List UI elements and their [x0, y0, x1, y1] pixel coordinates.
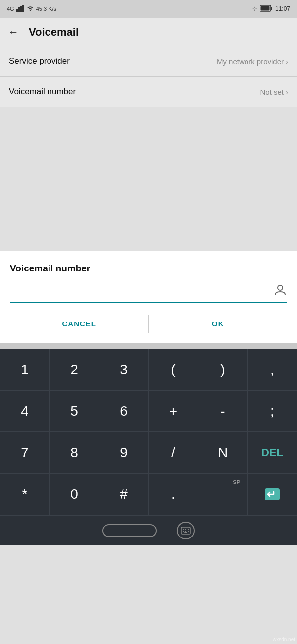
key-sp[interactable]: SP — [198, 474, 248, 515]
keyboard-row-3: 7 8 9 / N DEL — [0, 432, 297, 474]
svg-rect-15 — [185, 531, 186, 532]
keyboard-row-4: * 0 # . SP — [0, 474, 297, 515]
svg-rect-11 — [183, 529, 184, 530]
svg-rect-7 — [260, 6, 269, 10]
service-provider-value: My network provider › — [217, 57, 288, 66]
keyboard-row-2: 4 5 6 + - ; — [0, 390, 297, 432]
key-star[interactable]: * — [0, 474, 50, 515]
svg-rect-14 — [183, 531, 184, 532]
key-minus[interactable]: - — [198, 390, 248, 432]
settings-list: Service provider My network provider › V… — [0, 47, 297, 107]
key-2[interactable]: 2 — [50, 349, 99, 390]
voicemail-number-label: Voicemail number — [9, 87, 76, 97]
svg-rect-1 — [18, 7, 20, 12]
time-display: 11:07 — [275, 5, 290, 12]
data-speed: 45.3 — [36, 6, 47, 12]
app-bar: ← Voicemail — [0, 18, 297, 47]
key-comma[interactable]: , — [248, 349, 297, 390]
dialog-buttons: CANCEL OK — [10, 315, 287, 333]
page-title: Voicemail — [29, 26, 79, 39]
svg-rect-6 — [271, 7, 272, 10]
battery-icon — [260, 5, 273, 13]
svg-rect-17 — [184, 532, 187, 533]
key-open-paren[interactable]: ( — [148, 349, 198, 390]
key-slash[interactable]: / — [148, 432, 198, 474]
network-indicator: 4G — [7, 6, 14, 12]
service-provider-item[interactable]: Service provider My network provider › — [0, 47, 297, 77]
key-n[interactable]: N — [198, 432, 248, 474]
voicemail-number-text: Not set — [260, 88, 284, 96]
voicemail-number-value: Not set › — [260, 88, 288, 96]
input-row — [10, 283, 287, 303]
voicemail-number-chevron: › — [286, 88, 288, 96]
svg-rect-0 — [16, 9, 18, 12]
home-indicator[interactable] — [102, 524, 157, 537]
phone-number-input[interactable] — [10, 286, 273, 296]
sp-label: SP — [233, 479, 240, 485]
key-6[interactable]: 6 — [99, 390, 148, 432]
key-close-paren[interactable]: ) — [198, 349, 248, 390]
watermark: wxsdn.net — [273, 637, 295, 642]
svg-point-8 — [278, 285, 283, 290]
service-provider-chevron: › — [286, 57, 288, 66]
key-enter[interactable] — [248, 474, 297, 515]
key-9[interactable]: 9 — [99, 432, 148, 474]
svg-rect-13 — [188, 529, 189, 530]
svg-rect-12 — [185, 529, 186, 530]
keyboard-row-1: 1 2 3 ( ) , — [0, 349, 297, 390]
key-5[interactable]: 5 — [50, 390, 99, 432]
nav-bar — [0, 515, 297, 545]
keyboard-toggle-icon[interactable] — [177, 522, 195, 539]
data-speed-unit: K/s — [49, 6, 56, 12]
key-8[interactable]: 8 — [50, 432, 99, 474]
service-provider-label: Service provider — [9, 56, 70, 66]
keyboard-separator — [0, 343, 297, 349]
svg-rect-3 — [22, 5, 24, 12]
dialog-title: Voicemail number — [10, 263, 287, 274]
key-0[interactable]: 0 — [50, 474, 99, 515]
status-left: 4G 45.3 K/s — [7, 5, 56, 13]
ok-button[interactable]: OK — [149, 315, 288, 333]
key-3[interactable]: 3 — [99, 349, 148, 390]
key-plus[interactable]: + — [148, 390, 198, 432]
dialog-panel: Voicemail number CANCEL OK — [0, 251, 297, 343]
svg-rect-16 — [188, 531, 189, 532]
status-bar: 4G 45.3 K/s ⊹ — [0, 0, 297, 18]
keyboard: 1 2 3 ( ) , 4 5 6 + - ; 7 8 9 / N DEL * … — [0, 349, 297, 515]
contact-icon[interactable] — [273, 283, 287, 300]
back-button[interactable]: ← — [8, 26, 19, 39]
empty-area — [0, 107, 297, 251]
cancel-button[interactable]: CANCEL — [10, 315, 148, 333]
key-4[interactable]: 4 — [0, 390, 50, 432]
key-1[interactable]: 1 — [0, 349, 50, 390]
wifi-icon — [26, 5, 34, 12]
status-right: ⊹ 11:07 — [252, 5, 290, 13]
svg-point-4 — [29, 10, 30, 11]
key-del[interactable]: DEL — [248, 432, 297, 474]
voicemail-number-item[interactable]: Voicemail number Not set › — [0, 77, 297, 107]
key-dot[interactable]: . — [148, 474, 198, 515]
service-provider-text: My network provider — [217, 57, 284, 66]
key-semicolon[interactable]: ; — [248, 390, 297, 432]
svg-rect-2 — [20, 6, 22, 12]
key-hash[interactable]: # — [99, 474, 148, 515]
bluetooth-icon: ⊹ — [252, 5, 257, 12]
key-7[interactable]: 7 — [0, 432, 50, 474]
signal-bars — [16, 5, 24, 13]
